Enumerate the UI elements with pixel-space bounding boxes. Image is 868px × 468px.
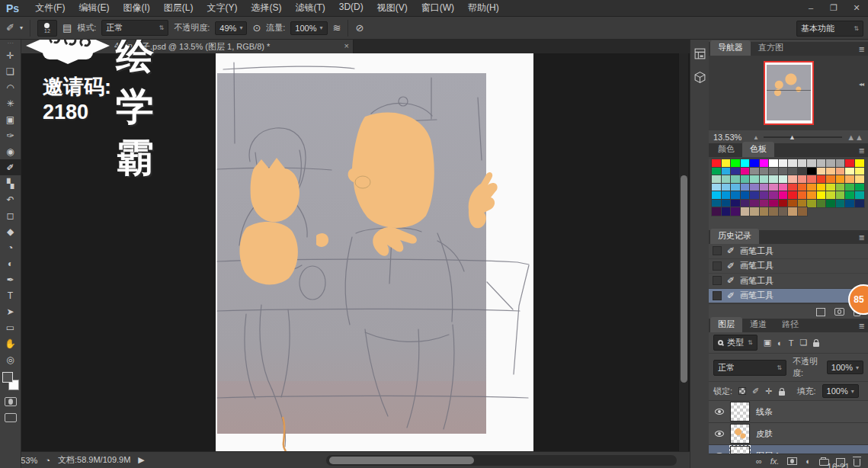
visibility-eye-icon[interactable] (715, 431, 724, 437)
panel-menu-icon[interactable]: ≣ (859, 233, 864, 242)
swatch[interactable] (798, 207, 808, 216)
filter-smart-objects-icon[interactable] (813, 342, 819, 347)
zoom-in-icon[interactable]: ▲▲ (847, 133, 863, 142)
toolbar-grip[interactable]: ⋯ (8, 40, 14, 47)
panel-tab[interactable]: 颜色 (710, 142, 742, 157)
swatch[interactable] (836, 168, 846, 176)
history-entry[interactable]: ✐ 画笔工具 (709, 244, 868, 259)
filter-shape-layers-icon[interactable]: ❏ (800, 338, 808, 348)
tab-close-icon[interactable]: × (344, 41, 349, 50)
swatch[interactable] (826, 175, 836, 184)
panel-tab[interactable]: 路径 (774, 317, 806, 332)
toggle-brush-panel-icon[interactable]: ▤ (62, 22, 72, 34)
layer-row[interactable]: 皮肤 (709, 423, 868, 445)
swatch[interactable] (731, 191, 741, 200)
swatch[interactable] (798, 168, 808, 176)
swatch[interactable] (769, 168, 779, 176)
swatch[interactable] (760, 159, 770, 168)
restore-button[interactable]: ❐ (822, 0, 845, 15)
menu-item[interactable]: 滤镜(T) (288, 0, 332, 17)
flow-field[interactable]: 100% ▾ (290, 21, 327, 35)
swatch[interactable] (836, 184, 846, 192)
swatch[interactable] (817, 200, 827, 208)
swatch[interactable] (798, 175, 808, 184)
swatch[interactable] (817, 191, 827, 200)
panel-tab[interactable]: 图层 (710, 317, 742, 332)
swatch[interactable] (798, 159, 808, 168)
menu-item[interactable]: 图层(L) (157, 0, 200, 17)
swatch[interactable] (788, 159, 798, 168)
swatch[interactable] (807, 200, 817, 208)
swatch[interactable] (760, 168, 770, 176)
vertical-scrollbar[interactable] (678, 53, 688, 451)
horizontal-scrollbar-thumb[interactable] (329, 457, 474, 464)
hand-tool[interactable]: ✋ (0, 335, 21, 351)
swatch[interactable] (855, 168, 865, 176)
navigator-thumbnail[interactable] (764, 61, 814, 125)
swatch[interactable] (826, 200, 836, 208)
quick-mask-button[interactable] (5, 397, 17, 406)
swatch[interactable] (750, 191, 760, 200)
swatch[interactable] (750, 159, 760, 168)
new-document-from-state-icon[interactable] (818, 308, 825, 315)
swatch[interactable] (769, 207, 779, 216)
dodge-burn-tool[interactable]: ◐ (0, 255, 21, 271)
screen-mode-button[interactable] (5, 413, 17, 422)
history-source-checkbox[interactable] (713, 291, 722, 300)
3d-panel-icon[interactable] (693, 71, 706, 84)
close-button[interactable]: ✕ (845, 0, 868, 15)
swatch[interactable] (722, 207, 732, 216)
swatch[interactable] (760, 207, 770, 216)
swatch[interactable] (807, 159, 817, 168)
healing-brush-tool[interactable]: ◉ (0, 143, 21, 159)
history-brush-tool[interactable]: ↶ (0, 191, 21, 207)
menu-item[interactable]: 视图(V) (370, 0, 415, 17)
swatch[interactable] (769, 184, 779, 192)
panel-menu-icon[interactable]: ≣ (859, 146, 864, 155)
swatch[interactable] (731, 200, 741, 208)
swatch[interactable] (779, 168, 789, 176)
marquee-tool[interactable]: ❏ (0, 63, 21, 79)
swatch[interactable] (769, 175, 779, 184)
layer-thumbnail[interactable] (730, 402, 750, 422)
brush-preset-picker[interactable]: 12 (37, 20, 57, 37)
workspace-switcher[interactable]: 基本功能 ⇅ (796, 21, 863, 37)
swatch[interactable] (741, 175, 751, 184)
menu-item[interactable]: 3D(D) (332, 0, 370, 17)
swatch[interactable] (760, 191, 770, 200)
swatch[interactable] (807, 184, 817, 192)
swatch[interactable] (807, 175, 817, 184)
swatch[interactable] (826, 191, 836, 200)
layer-row[interactable]: 线条 (709, 401, 868, 423)
lock-transparency-icon[interactable] (738, 387, 746, 395)
fill-field[interactable]: 100% ▾ (822, 384, 859, 398)
navigator-zoom-field[interactable]: 13.53% (713, 133, 748, 142)
swatch[interactable] (760, 175, 770, 184)
swatch[interactable] (826, 168, 836, 176)
swatch[interactable] (779, 184, 789, 192)
document-tab[interactable]: 47.jp 子.psd @ 13.5% (图层 1, RGB/8) * × (21, 40, 354, 53)
layer-blend-mode-select[interactable]: 正常 ⇅ (713, 360, 786, 376)
zoom-tool[interactable]: ◎ (0, 351, 21, 367)
horizontal-scrollbar[interactable] (326, 455, 677, 466)
brush-tool[interactable]: ✐ (0, 159, 21, 175)
swatch[interactable] (845, 184, 855, 192)
menu-item[interactable]: 编辑(E) (72, 0, 116, 17)
history-entry[interactable]: ✐ 画笔工具 (709, 259, 868, 274)
swatch[interactable] (769, 191, 779, 200)
history-source-checkbox[interactable] (713, 246, 722, 255)
crop-tool[interactable]: ▣ (0, 111, 21, 127)
filter-type-layers-icon[interactable]: T (789, 338, 794, 348)
menu-item[interactable]: 窗口(W) (415, 0, 461, 17)
layer-opacity-field[interactable]: 100% ▾ (827, 361, 863, 374)
swatch[interactable] (817, 168, 827, 176)
swatch[interactable] (788, 207, 798, 216)
swatch[interactable] (741, 159, 751, 168)
panel-tab[interactable]: 历史记录 (710, 229, 759, 244)
swatch[interactable] (722, 159, 732, 168)
swatch[interactable] (845, 168, 855, 176)
swatch[interactable] (722, 168, 732, 176)
filter-adjustment-layers-icon[interactable]: ◐ (777, 338, 783, 348)
status-options-arrow-icon[interactable]: ▶ (138, 455, 144, 465)
swatch[interactable] (836, 200, 846, 208)
